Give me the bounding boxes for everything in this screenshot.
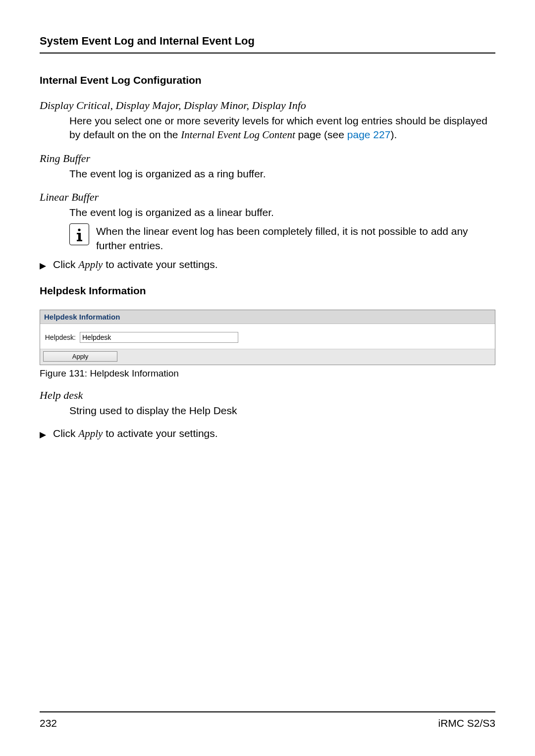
text-italic: Apply xyxy=(78,428,103,439)
helpdesk-desc: String used to display the Help Desk xyxy=(69,404,495,418)
svg-rect-3 xyxy=(77,240,82,241)
ring-buffer-label: Ring Buffer xyxy=(40,152,495,165)
ring-buffer-desc: The event log is organized as a ring buf… xyxy=(69,167,495,181)
info-icon xyxy=(69,223,89,245)
figure-panel-title: Helpdesk Information xyxy=(40,310,495,324)
page-footer: 232 iRMC S2/S3 xyxy=(40,711,495,729)
text-italic: Internal Event Log Content xyxy=(181,129,295,141)
figure-caption: Figure 131: Helpdesk Information xyxy=(40,368,495,379)
text: Click xyxy=(53,428,78,439)
text: to activate your settings. xyxy=(103,259,217,270)
helpdesk-term: Help desk xyxy=(40,389,495,402)
info-note: When the linear event log has been compl… xyxy=(69,223,495,253)
svg-rect-2 xyxy=(78,233,81,240)
apply-instruction-2: ▶ Click Apply to activate your settings. xyxy=(40,428,495,440)
severity-description: Here you select one or more severity lev… xyxy=(69,114,495,142)
text-italic: Apply xyxy=(78,259,103,270)
section-heading-helpdesk-info: Helpdesk Information xyxy=(40,285,495,297)
running-header: System Event Log and Internal Event Log xyxy=(40,35,495,54)
text: page (see xyxy=(295,129,347,140)
pointer-icon: ▶ xyxy=(40,259,46,271)
helpdesk-field-label: Helpdesk: xyxy=(44,333,76,341)
note-text: When the linear event log has been compl… xyxy=(96,223,495,253)
svg-point-0 xyxy=(78,229,80,231)
severity-options-label: Display Critical, Display Major, Display… xyxy=(40,99,495,112)
apply-button[interactable]: Apply xyxy=(43,351,117,362)
linear-buffer-desc: The event log is organized as a linear b… xyxy=(69,206,495,219)
helpdesk-input[interactable] xyxy=(80,332,238,343)
page-link-227[interactable]: page 227 xyxy=(347,129,391,140)
pointer-icon: ▶ xyxy=(40,428,46,440)
text: ). xyxy=(390,129,397,140)
linear-buffer-label: Linear Buffer xyxy=(40,191,495,204)
doc-id: iRMC S2/S3 xyxy=(438,717,495,729)
helpdesk-figure-panel: Helpdesk Information Helpdesk: Apply xyxy=(40,310,495,365)
section-heading-internal-event-log-config: Internal Event Log Configuration xyxy=(40,74,495,86)
text: Click xyxy=(53,259,78,270)
text: to activate your settings. xyxy=(103,428,217,439)
apply-instruction-1: ▶ Click Apply to activate your settings. xyxy=(40,259,495,271)
page-number: 232 xyxy=(40,717,57,729)
